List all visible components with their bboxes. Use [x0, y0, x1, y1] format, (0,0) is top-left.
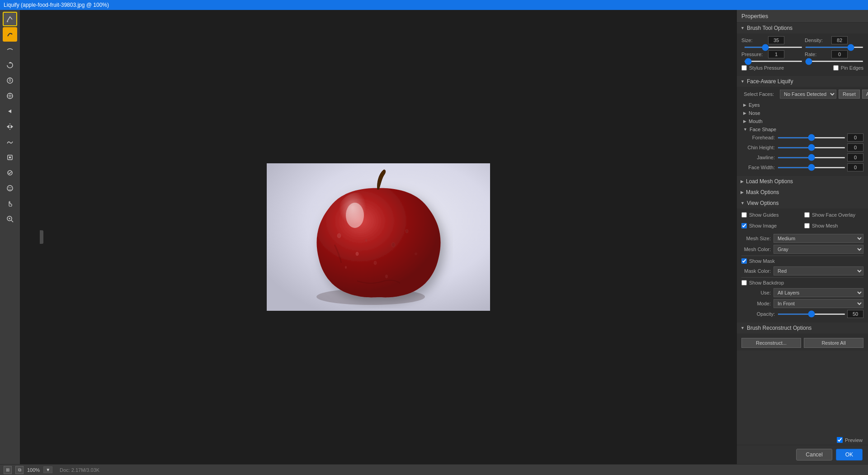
show-mesh-row: Show Mesh — [804, 222, 863, 229]
mesh-size-row: Mesh Size: Medium Small Large — [741, 234, 863, 243]
pin-edges-checkbox[interactable] — [833, 65, 839, 71]
push-left-tool[interactable] — [3, 104, 17, 119]
hand-tool[interactable] — [3, 196, 17, 211]
show-face-overlay-checkbox[interactable] — [804, 212, 810, 218]
reconstruct-tool[interactable] — [3, 27, 17, 42]
rate-input[interactable] — [831, 50, 848, 58]
mouth-arrow: ▶ — [743, 119, 746, 124]
eyes-header[interactable]: ▶ Eyes — [741, 101, 863, 109]
opacity-slider[interactable] — [778, 314, 845, 315]
face-shape-arrow: ▼ — [743, 127, 747, 132]
size-slider[interactable] — [744, 47, 802, 48]
show-mask-row: Show Mask — [741, 257, 863, 265]
density-slider-container — [805, 47, 863, 48]
face-aware-header[interactable]: ▼ Face-Aware Liquify — [737, 76, 868, 87]
rate-slider[interactable] — [805, 61, 863, 62]
restore-all-btn[interactable]: Restore All — [804, 338, 863, 348]
reset-faces-btn[interactable]: Reset — [839, 90, 860, 99]
mesh-color-dropdown[interactable]: Gray Black White — [774, 245, 863, 254]
jawline-row: Jawline: — [741, 153, 863, 162]
chin-height-slider-container — [778, 143, 863, 152]
view-options-arrow: ▼ — [741, 201, 745, 205]
rate-slider-container — [805, 61, 863, 62]
image-container — [267, 163, 490, 311]
density-col: Density: — [805, 36, 863, 44]
pressure-input[interactable] — [768, 50, 784, 58]
twirl-cw-tool[interactable] — [3, 58, 17, 72]
all-faces-btn[interactable]: All — [862, 90, 868, 99]
jawline-slider[interactable] — [778, 157, 845, 158]
show-backdrop-checkbox[interactable] — [741, 280, 747, 285]
left-edge-handle[interactable] — [40, 230, 43, 244]
main-layout: Properties ▼ Brush Tool Options Size: De… — [0, 10, 868, 464]
svg-point-28 — [374, 261, 377, 265]
forehead-slider[interactable] — [778, 137, 845, 138]
bloat-tool[interactable] — [3, 89, 17, 103]
reconstruct-btn[interactable]: Reconstruct... — [741, 338, 801, 348]
brush-reconstruct-header[interactable]: ▼ Brush Reconstruct Options — [737, 323, 868, 333]
opacity-value[interactable] — [847, 310, 863, 318]
canvas-area[interactable] — [20, 10, 737, 464]
pucker-tool[interactable] — [3, 73, 17, 88]
smooth-tool[interactable] — [3, 43, 17, 57]
use-dropdown[interactable]: All Layers — [774, 288, 863, 297]
density-input[interactable] — [831, 36, 848, 44]
nose-header[interactable]: ▶ Nose — [741, 109, 863, 117]
zoom-dropdown-btn[interactable]: ▼ — [43, 466, 52, 473]
face-shape-header[interactable]: ▼ Face Shape — [741, 125, 863, 133]
brush-tool-options-header[interactable]: ▼ Brush Tool Options — [737, 23, 868, 33]
tile-button[interactable]: ⊞ — [4, 466, 12, 474]
chin-height-value[interactable] — [847, 143, 863, 152]
face-tool[interactable] — [3, 181, 17, 195]
mirror-tool[interactable] — [3, 119, 17, 134]
brush-options-arrow: ▼ — [741, 26, 745, 30]
chin-height-slider[interactable] — [778, 147, 845, 148]
mask-options-header[interactable]: ▶ Mask Options — [737, 187, 868, 198]
chin-height-row: Chin Height: — [741, 143, 863, 152]
reconstruct-buttons-row: Reconstruct... Restore All — [741, 338, 863, 348]
jawline-value[interactable] — [847, 153, 863, 162]
show-guides-checkbox[interactable] — [741, 212, 747, 218]
view-options-header[interactable]: ▼ View Options — [737, 198, 868, 209]
load-mesh-options-header[interactable]: ▶ Load Mesh Options — [737, 176, 868, 187]
svg-point-14 — [9, 187, 9, 188]
show-mask-checkbox[interactable] — [741, 258, 747, 264]
forehead-label: Forehead: — [741, 135, 778, 140]
load-mesh-label: Load Mesh Options — [746, 178, 793, 185]
density-slider[interactable] — [805, 47, 863, 48]
svg-point-24 — [337, 233, 341, 238]
ok-button[interactable]: OK — [836, 449, 863, 461]
zoom-tool[interactable] — [3, 212, 17, 226]
pressure-slider[interactable] — [744, 61, 802, 62]
mesh-size-dropdown[interactable]: Medium Small Large — [774, 234, 863, 243]
brush-reconstruct-arrow: ▼ — [741, 326, 745, 330]
warp-tool[interactable] — [3, 12, 17, 26]
show-mesh-label: Show Mesh — [812, 223, 838, 228]
freeze-mask-tool[interactable] — [3, 150, 17, 165]
face-width-value[interactable] — [847, 163, 863, 171]
svg-point-23 — [346, 203, 364, 228]
mouth-header[interactable]: ▶ Mouth — [741, 117, 863, 125]
mask-color-dropdown[interactable]: Red Green Blue — [774, 266, 863, 276]
mask-color-row: Mask Color: Red Green Blue — [741, 266, 863, 276]
stylus-pressure-checkbox[interactable] — [741, 65, 747, 71]
size-input[interactable] — [768, 36, 784, 44]
pressure-rate-row: Pressure: Rate: — [741, 50, 863, 58]
pressure-slider-row — [741, 61, 863, 62]
cancel-button[interactable]: Cancel — [796, 449, 832, 461]
app-title: Liquify (apple-food-fruit-39803.jpg @ 10… — [4, 2, 109, 8]
size-slider-row — [741, 47, 863, 48]
show-image-checkbox[interactable] — [741, 223, 747, 228]
forehead-value[interactable] — [847, 133, 863, 142]
preview-checkbox[interactable] — [837, 437, 843, 443]
thaw-mask-tool[interactable] — [3, 166, 17, 180]
mode-dropdown[interactable]: In Front Behind — [774, 299, 863, 308]
select-faces-dropdown[interactable]: No Faces Detected — [780, 90, 836, 99]
face-aware-label: Face-Aware Liquify — [747, 78, 793, 85]
svg-point-25 — [356, 252, 359, 256]
opacity-label: Opacity: — [741, 311, 778, 317]
turbulence-tool[interactable] — [3, 135, 17, 149]
face-width-slider[interactable] — [778, 167, 845, 168]
float-button[interactable]: ⧉ — [15, 466, 24, 474]
show-mesh-checkbox[interactable] — [804, 223, 810, 228]
